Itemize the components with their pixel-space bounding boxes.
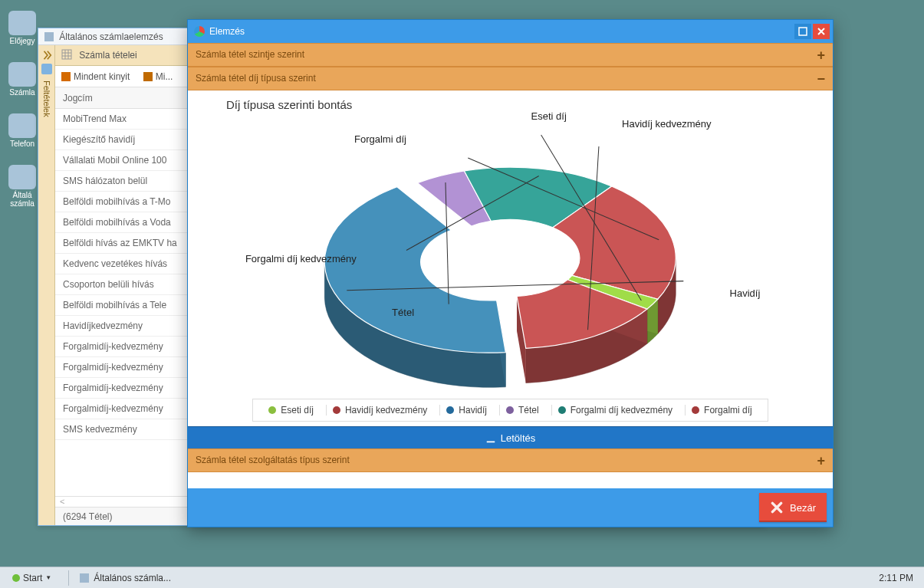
legend-item[interactable]: Tétel <box>499 405 545 416</box>
chart-logo-icon <box>194 26 205 37</box>
app-icon <box>80 573 89 583</box>
svg-rect-0 <box>62 50 71 59</box>
collapse-icon <box>143 72 153 81</box>
legend-item[interactable]: Forgalmi díj <box>685 405 758 416</box>
accordion-service-type[interactable]: Számla tétel szolgáltatás típus szerint … <box>188 448 833 472</box>
chart-legend: Eseti díjHavidíj kedvezményHavidíjTételF… <box>252 399 768 422</box>
accordion-fee-type[interactable]: Számla tétel díj típusa szerint − <box>188 67 833 90</box>
legend-dot <box>268 406 276 414</box>
sidebar-label: Feltételek <box>42 80 51 117</box>
svg-text:Havidíj: Havidíj <box>730 287 761 299</box>
plus-icon: + <box>817 454 825 468</box>
legend-label: Forgalmi díj <box>704 405 752 416</box>
legend-dot <box>446 406 454 414</box>
desktop-icon[interactable]: Előjegy <box>6 11 38 45</box>
analysis-dialog: Elemzés Számla tétel szintje szerint + S… <box>187 19 834 527</box>
sidebar: Feltételek <box>38 45 55 525</box>
legend-dot <box>558 406 566 414</box>
minus-icon: − <box>817 72 825 86</box>
expand-all-button[interactable]: Mindent kinyit <box>61 66 130 87</box>
window-close-button[interactable] <box>813 24 830 39</box>
legend-item[interactable]: Havidíj kedvezmény <box>326 405 433 416</box>
legend-dot <box>506 406 514 414</box>
svg-text:Forgalmi díj kedvezmény: Forgalmi díj kedvezmény <box>245 253 357 264</box>
legend-label: Havidíj <box>459 405 487 416</box>
download-icon <box>485 432 496 443</box>
close-button[interactable]: Bezár <box>759 493 827 522</box>
legend-item[interactable]: Forgalmi díj kedvezmény <box>551 405 679 416</box>
legend-label: Havidíj kedvezmény <box>345 405 427 416</box>
expand-icon <box>61 72 71 81</box>
phone-icon <box>8 11 36 35</box>
collapse-all-button[interactable]: Mi... <box>143 66 173 87</box>
divider <box>68 570 69 586</box>
chart-pane: Díj típusa szerinti bontás HavidíjTételF… <box>188 90 833 426</box>
taskbar-clock: 2:11 PM <box>874 573 918 583</box>
user-icon <box>8 62 36 87</box>
dialog-footer: Bezár <box>188 488 833 527</box>
taskbar: Start ▼ Általános számla... 2:11 PM <box>0 567 924 588</box>
svg-rect-1 <box>799 28 807 35</box>
svg-text:Tétel: Tétel <box>392 307 414 318</box>
start-icon <box>12 574 20 582</box>
download-button[interactable]: Letöltés <box>188 426 833 448</box>
desktop-icon[interactable]: Telefon <box>6 113 38 148</box>
start-button[interactable]: Start ▼ <box>6 573 58 583</box>
window-title: Általános számlaelemzés <box>59 31 163 42</box>
close-icon <box>770 501 784 514</box>
grid-icon <box>61 47 72 67</box>
desktop-icon[interactable]: Általá számla <box>6 165 38 208</box>
svg-text:Forgalmi díj: Forgalmi díj <box>354 133 406 145</box>
desktop-icon[interactable]: Számla <box>6 62 38 97</box>
legend-label: Forgalmi díj kedvezmény <box>571 405 672 416</box>
collapse-sidebar-button[interactable] <box>41 50 52 61</box>
legend-item[interactable]: Havidíj <box>439 405 493 416</box>
chart-title: Díj típusa szerinti bontás <box>191 94 830 111</box>
legend-dot <box>692 406 699 414</box>
svg-text:Havidíj kedvezmény: Havidíj kedvezmény <box>622 118 712 130</box>
svg-text:Eseti díj: Eseti díj <box>531 111 567 122</box>
window-icon <box>44 32 54 41</box>
dialog-titlebar[interactable]: Elemzés <box>188 20 833 43</box>
legend-label: Eseti díj <box>281 405 314 416</box>
donut-chart: HavidíjTételForgalmi díj kedvezményForga… <box>191 111 830 397</box>
legend-label: Tétel <box>518 405 539 416</box>
desktop-icon-column: Előjegy Számla Telefon Általá számla <box>6 11 38 225</box>
filter-icon <box>41 64 52 74</box>
maximize-button[interactable] <box>794 24 811 39</box>
legend-item[interactable]: Eseti díj <box>262 405 320 416</box>
taskbar-task[interactable]: Általános számla... <box>80 573 171 583</box>
plus-icon: + <box>817 48 825 62</box>
accordion-level[interactable]: Számla tétel szintje szerint + <box>188 43 833 67</box>
dialog-title: Elemzés <box>209 26 245 37</box>
legend-dot <box>333 406 340 414</box>
book-icon <box>8 165 36 189</box>
chevron-down-icon: ▼ <box>45 574 51 581</box>
device-icon <box>8 113 36 138</box>
